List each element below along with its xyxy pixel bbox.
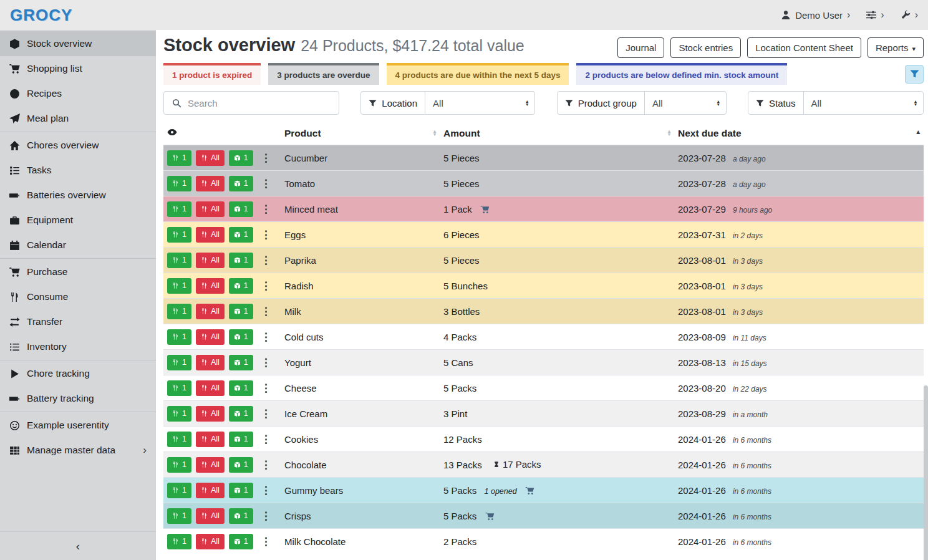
table-filter-toggle-button[interactable] — [905, 65, 924, 84]
banner-belowmin[interactable]: 2 products are below defined min. stock … — [576, 63, 787, 85]
product-name[interactable]: Crisps — [281, 503, 440, 529]
banner-overdue[interactable]: 3 products are overdue — [268, 63, 379, 85]
consume-all-button[interactable]: All — [196, 355, 225, 370]
scrollbar[interactable] — [924, 385, 928, 560]
product-name[interactable]: Paprika — [281, 248, 440, 273]
open-one-button[interactable]: 1 — [229, 227, 253, 243]
row-menu-button[interactable]: ⋮ — [258, 434, 274, 445]
sidebar-item-meal-plan[interactable]: Meal plan — [0, 106, 156, 131]
consume-all-button[interactable]: All — [196, 227, 225, 243]
sidebar-item-battery-tracking[interactable]: Battery tracking — [0, 386, 156, 411]
row-menu-button[interactable]: ⋮ — [258, 255, 274, 266]
product-name[interactable]: Minced meat — [281, 196, 440, 222]
open-one-button[interactable]: 1 — [229, 457, 253, 473]
consume-one-button[interactable]: 1 — [167, 278, 191, 294]
sidebar-item-calendar[interactable]: Calendar — [0, 233, 156, 258]
consume-one-button[interactable]: 1 — [167, 534, 191, 549]
column-header-product[interactable]: Product ▴▾ — [281, 122, 440, 145]
consume-all-button[interactable]: All — [196, 176, 225, 191]
sidebar-item-consume[interactable]: Consume — [0, 284, 156, 309]
sidebar-item-equipment[interactable]: Equipment — [0, 208, 156, 233]
sidebar-item-shopping-list[interactable]: Shopping list — [0, 56, 156, 81]
search-input[interactable] — [188, 98, 339, 109]
product-name[interactable]: Ice Cream — [281, 401, 440, 427]
reports-button[interactable]: Reports▾ — [868, 37, 924, 58]
product-name[interactable]: Chocolate — [281, 452, 440, 478]
row-menu-button[interactable]: ⋮ — [258, 306, 274, 317]
row-menu-button[interactable]: ⋮ — [258, 204, 274, 215]
open-one-button[interactable]: 1 — [229, 483, 253, 498]
stock-entries-button[interactable]: Stock entries — [670, 37, 741, 58]
eye-icon[interactable] — [167, 127, 177, 137]
consume-one-button[interactable]: 1 — [167, 176, 191, 191]
column-header-next-due-date[interactable]: Next due date ▴ — [674, 122, 924, 145]
sidebar-item-chore-tracking[interactable]: Chore tracking — [0, 361, 156, 386]
open-one-button[interactable]: 1 — [229, 406, 253, 422]
journal-button[interactable]: Journal — [617, 37, 664, 58]
location-content-sheet-button[interactable]: Location Content Sheet — [747, 37, 861, 58]
sidebar-item-manage-master-data[interactable]: Manage master data › — [0, 438, 156, 463]
column-header-amount[interactable]: Amount ▴▾ — [440, 122, 674, 145]
user-menu[interactable]: Demo User › — [781, 9, 850, 21]
consume-all-button[interactable]: All — [196, 432, 225, 447]
consume-one-button[interactable]: 1 — [167, 253, 191, 268]
consume-one-button[interactable]: 1 — [167, 380, 191, 396]
open-one-button[interactable]: 1 — [229, 304, 253, 319]
open-one-button[interactable]: 1 — [229, 380, 253, 396]
consume-all-button[interactable]: All — [196, 278, 225, 294]
consume-all-button[interactable]: All — [196, 380, 225, 396]
row-menu-button[interactable]: ⋮ — [258, 485, 274, 496]
row-menu-button[interactable]: ⋮ — [258, 511, 274, 521]
sidebar-item-inventory[interactable]: Inventory — [0, 334, 156, 359]
open-one-button[interactable]: 1 — [229, 508, 253, 524]
open-one-button[interactable]: 1 — [229, 278, 253, 294]
consume-all-button[interactable]: All — [196, 534, 225, 549]
status-select[interactable]: All ▴▾ — [804, 92, 923, 114]
row-menu-button[interactable]: ⋮ — [258, 536, 274, 547]
row-menu-button[interactable]: ⋮ — [258, 281, 274, 291]
location-select[interactable]: All ▴▾ — [425, 92, 534, 114]
sidebar-item-recipes[interactable]: Recipes — [0, 81, 156, 106]
app-logo[interactable]: GROCY — [10, 6, 72, 25]
consume-all-button[interactable]: All — [196, 508, 225, 524]
sidebar-item-transfer[interactable]: Transfer — [0, 309, 156, 334]
product-name[interactable]: Eggs — [281, 222, 440, 248]
sidebar-item-tasks[interactable]: Tasks — [0, 158, 156, 183]
product-name[interactable]: Cheese — [281, 375, 440, 401]
row-menu-button[interactable]: ⋮ — [258, 178, 274, 189]
open-one-button[interactable]: 1 — [229, 150, 253, 166]
product-group-select[interactable]: All ▴▾ — [645, 92, 726, 114]
row-menu-button[interactable]: ⋮ — [258, 460, 274, 470]
product-name[interactable]: Yogurt — [281, 350, 440, 375]
consume-all-button[interactable]: All — [196, 406, 225, 422]
sidebar-item-purchase[interactable]: Purchase — [0, 259, 156, 284]
consume-one-button[interactable]: 1 — [167, 355, 191, 370]
consume-one-button[interactable]: 1 — [167, 227, 191, 243]
sidebar-collapse-button[interactable]: ‹ — [0, 531, 156, 560]
consume-one-button[interactable]: 1 — [167, 201, 191, 217]
consume-all-button[interactable]: All — [196, 253, 225, 268]
open-one-button[interactable]: 1 — [229, 329, 253, 345]
sidebar-item-example-userentity[interactable]: Example userentity — [0, 413, 156, 438]
product-name[interactable]: Milk Chocolate — [281, 529, 440, 554]
open-one-button[interactable]: 1 — [229, 253, 253, 268]
product-name[interactable]: Gummy bears — [281, 478, 440, 503]
consume-all-button[interactable]: All — [196, 329, 225, 345]
admin-menu[interactable]: › — [901, 9, 918, 21]
sidebar-item-stock-overview[interactable]: Stock overview — [0, 31, 156, 56]
product-name[interactable]: Tomato — [281, 171, 440, 196]
consume-one-button[interactable]: 1 — [167, 432, 191, 447]
consume-one-button[interactable]: 1 — [167, 406, 191, 422]
consume-one-button[interactable]: 1 — [167, 329, 191, 345]
sidebar-item-chores-overview[interactable]: Chores overview — [0, 133, 156, 158]
consume-one-button[interactable]: 1 — [167, 457, 191, 473]
consume-all-button[interactable]: All — [196, 150, 225, 166]
row-menu-button[interactable]: ⋮ — [258, 153, 274, 163]
sidebar-item-batteries-overview[interactable]: Batteries overview — [0, 183, 156, 208]
row-menu-button[interactable]: ⋮ — [258, 332, 274, 342]
product-name[interactable]: Milk — [281, 299, 440, 324]
open-one-button[interactable]: 1 — [229, 432, 253, 447]
consume-one-button[interactable]: 1 — [167, 304, 191, 319]
consume-one-button[interactable]: 1 — [167, 508, 191, 524]
banner-duesoon[interactable]: 4 products are due within the next 5 day… — [387, 63, 569, 85]
